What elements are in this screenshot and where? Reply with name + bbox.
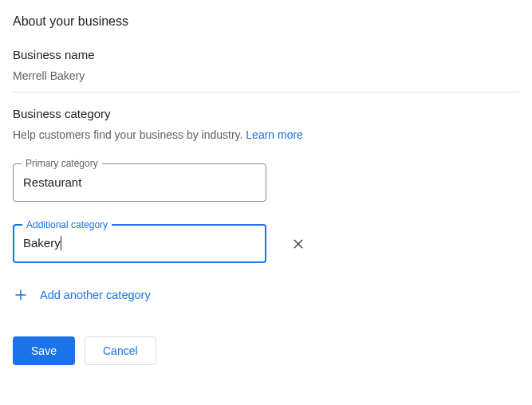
add-another-category-label: Add another category xyxy=(40,289,151,301)
business-name-value: Merrell Bakery xyxy=(13,69,519,92)
additional-category-label: Additional category xyxy=(22,219,112,230)
divider xyxy=(13,92,519,92)
text-cursor xyxy=(61,236,61,250)
additional-category-value: Bakery xyxy=(23,236,61,250)
learn-more-link[interactable]: Learn more xyxy=(246,128,303,141)
business-category-help: Help customers find your business by ind… xyxy=(13,128,519,141)
close-icon[interactable] xyxy=(289,234,308,254)
save-button[interactable]: Save xyxy=(13,336,75,365)
business-name-label: Business name xyxy=(13,48,519,61)
page-title: About your business xyxy=(13,14,519,29)
primary-category-label: Primary category xyxy=(22,158,102,169)
primary-category-value: Restaurant xyxy=(23,175,81,189)
cancel-button[interactable]: Cancel xyxy=(85,336,156,365)
primary-category-field[interactable]: Primary category Restaurant xyxy=(13,163,266,202)
add-another-category-button[interactable]: Add another category xyxy=(13,285,519,305)
additional-category-field[interactable]: Additional category Bakery xyxy=(13,224,266,263)
business-category-label: Business category xyxy=(13,107,519,120)
plus-icon xyxy=(13,287,29,303)
help-text: Help customers find your business by ind… xyxy=(13,128,246,141)
